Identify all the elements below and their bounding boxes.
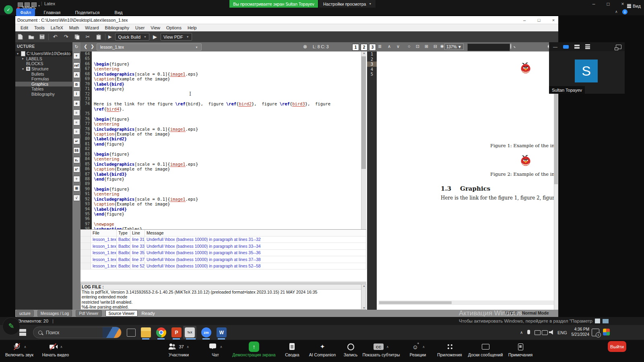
participants-button[interactable]: 37∧Участники xyxy=(160,342,197,357)
menu-edit[interactable]: Edit xyxy=(21,25,28,30)
cut-icon[interactable]: ✂ xyxy=(84,33,91,41)
structure-item-labels[interactable]: ▸LABELS xyxy=(15,56,72,62)
popout-panel-icon[interactable] xyxy=(616,45,621,49)
scroll-up-icon[interactable]: ▲ xyxy=(361,51,367,54)
message-row[interactable]: lesson_1.texBadboxline 52Underfull \hbox… xyxy=(80,263,366,270)
video-button[interactable]: ∧Начать видео xyxy=(39,342,72,357)
menu-view[interactable]: View xyxy=(151,25,160,30)
message-row[interactable]: lesson_1.texBadboxline 35Underfull \hbox… xyxy=(80,250,366,257)
structure-item-bibliography[interactable]: Bibliography xyxy=(15,92,72,97)
chevron-up-icon[interactable]: ∧ xyxy=(615,10,618,14)
symbol-button[interactable]: ⊞ xyxy=(73,185,80,191)
tree-right-arrow-icon[interactable]: ▸ xyxy=(22,57,26,60)
type-cell[interactable]: Badbox xyxy=(117,243,130,249)
symbol-button[interactable]: ↵ xyxy=(73,138,80,144)
reactions-button[interactable]: ☺∧Реакции xyxy=(403,342,432,357)
menu-tools[interactable]: Tools xyxy=(34,25,45,30)
close-document-icon[interactable]: ⊗ xyxy=(303,44,307,49)
column-header-line[interactable]: Line xyxy=(130,230,145,236)
symbol-button[interactable]: ÷ xyxy=(73,176,80,182)
boards-button[interactable]: Доски сообщений xyxy=(466,342,505,357)
code-ref-link[interactable]: bird2 xyxy=(239,101,252,107)
column-header-type[interactable]: Type xyxy=(117,230,130,236)
leave-meeting-button[interactable]: Выйти xyxy=(608,341,626,352)
ai-companion-button[interactable]: ✦AI Companion xyxy=(304,342,341,357)
symbol-button[interactable]: e xyxy=(73,100,80,107)
chat-button[interactable]: ∧Чат xyxy=(202,342,228,357)
previous-page-icon[interactable]: ∧ xyxy=(388,44,391,49)
share-button[interactable]: ↑Демонстрация экрана xyxy=(230,342,278,357)
menu-latex[interactable]: LaTeX xyxy=(51,25,63,30)
maximize-button[interactable]: □ xyxy=(603,1,613,7)
tray-volume-icon[interactable] xyxy=(549,330,554,335)
editor-scrollbar-thumb[interactable] xyxy=(361,56,366,169)
status-tab-source-viewer[interactable]: Source Viewer xyxy=(105,310,138,317)
view-pdf-select[interactable]: View PDF ▼ xyxy=(161,33,192,41)
annotation-pencil-button[interactable]: ✎ xyxy=(2,317,20,335)
menu-user[interactable]: User xyxy=(135,25,144,30)
tray-network-icon[interactable] xyxy=(542,330,548,335)
prev-document-icon[interactable]: ❮ xyxy=(84,44,87,49)
line-cell[interactable]: line 35 xyxy=(130,250,145,256)
file-cell[interactable]: lesson_1.tex xyxy=(91,243,117,249)
code-ref-link[interactable]: image1 xyxy=(170,72,186,77)
symbol-button[interactable]: i xyxy=(73,90,80,97)
language-indicator[interactable]: ENG xyxy=(557,330,567,335)
maximize-button[interactable]: □ xyxy=(533,17,545,23)
log-scrollbar[interactable]: ▲ ▼ xyxy=(361,284,366,310)
symbol-button[interactable]: ref xyxy=(73,62,80,69)
column-header-message[interactable]: Message xyxy=(145,230,366,236)
continuous-mode-icon[interactable]: ○ xyxy=(408,44,411,49)
gallery-view-icon[interactable] xyxy=(585,44,590,49)
message-cell[interactable]: Underfull \hbox (badness 10000) in parag… xyxy=(145,237,366,243)
type-cell[interactable]: Badbox xyxy=(117,256,130,263)
eye-icon[interactable]: ◉ xyxy=(440,44,444,48)
refresh-structure-icon[interactable]: ↻ xyxy=(72,44,80,49)
code-ref-link[interactable]: bird3 xyxy=(292,101,305,107)
run-quick-build-icon[interactable]: ▶ xyxy=(108,34,111,39)
symbol-button[interactable]: B xyxy=(73,81,80,88)
scroll-down-icon[interactable]: ▼ xyxy=(361,306,367,309)
active-speaker-view-icon[interactable] xyxy=(563,45,569,49)
tray-app-icon[interactable] xyxy=(603,329,610,335)
next-document-icon[interactable]: ❯ xyxy=(91,44,94,49)
search-highlight-image[interactable] xyxy=(103,327,121,338)
file-cell[interactable]: lesson_1.tex xyxy=(91,256,117,263)
summary-button[interactable]: Сводка xyxy=(281,342,304,357)
minimize-panel-icon[interactable]: — xyxy=(553,44,557,49)
ribbon-tab-главная[interactable]: Главная xyxy=(39,8,64,16)
start-button[interactable] xyxy=(19,329,26,336)
tag-button-3[interactable]: 3 xyxy=(369,44,376,51)
chrome-icon[interactable] xyxy=(156,327,166,337)
info-icon[interactable]: i xyxy=(622,9,627,14)
pdf-page-item-5[interactable]: 5 xyxy=(367,72,377,77)
chevron-up-icon[interactable]: ∧ xyxy=(423,345,425,349)
search-icon[interactable] xyxy=(510,44,511,49)
pdf-hscrollbar-thumb[interactable] xyxy=(379,301,452,304)
tree-down-arrow-icon[interactable]: ▾ xyxy=(22,67,26,71)
new-document-icon[interactable] xyxy=(17,33,24,41)
file-explorer-icon[interactable] xyxy=(141,327,151,337)
symbol-button[interactable]: A xyxy=(73,72,80,78)
open-file-select[interactable]: lesson_1.tex ▼ xyxy=(97,43,202,51)
undo-icon[interactable]: ↶ xyxy=(52,33,59,41)
minimize-button[interactable]: – xyxy=(519,17,530,23)
column-header-file[interactable]: File xyxy=(91,230,117,236)
structure-item-formulas[interactable]: Formulas xyxy=(15,76,72,82)
structure-item-tables[interactable]: Tables xyxy=(15,86,72,92)
taskbar-clock[interactable]: 4:36 PM 5/21/2024 xyxy=(568,327,589,337)
paste-icon[interactable] xyxy=(95,33,102,41)
view-menu-button[interactable]: Вид xyxy=(627,4,641,8)
code-ref-link[interactable]: image1 xyxy=(170,162,186,167)
close-button[interactable]: × xyxy=(548,17,559,23)
message-row[interactable]: lesson_1.texBadboxline 37Underfull \hbox… xyxy=(80,256,366,263)
ribbon-tab-поделиться[interactable]: Поделиться xyxy=(71,8,104,16)
tray-cast-icon[interactable] xyxy=(535,330,541,335)
chevron-up-icon[interactable]: ∧ xyxy=(60,345,63,349)
tray-chevron-icon[interactable]: ∧ xyxy=(520,330,523,335)
symbol-button[interactable]: ≡ xyxy=(73,119,80,125)
record-button[interactable]: Запись xyxy=(340,342,361,357)
code-ref-link[interactable]: bird4 xyxy=(107,107,120,112)
code-ref-link[interactable]: image1 xyxy=(170,197,186,202)
word-icon[interactable]: W xyxy=(217,327,227,337)
